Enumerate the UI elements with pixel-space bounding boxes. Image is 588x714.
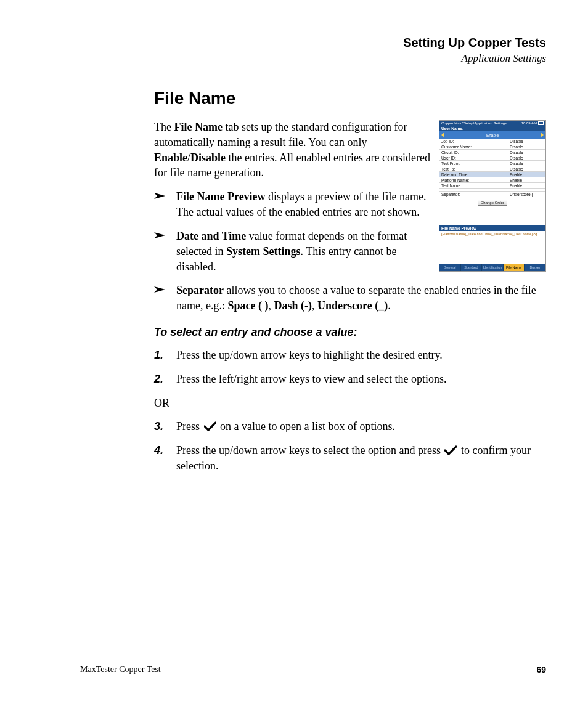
text-bold: File Name: [174, 121, 222, 133]
step: 3.Press on a value to open a list box of…: [154, 419, 546, 434]
row-key: Job ID:: [441, 139, 454, 144]
text: ,: [312, 299, 317, 312]
battery-icon: [538, 121, 544, 125]
bullet-item: File Name Preview displays a preview of …: [154, 189, 435, 220]
settings-row[interactable]: User ID:Disable: [439, 155, 545, 161]
page-header: Setting Up Copper Tests Application Sett…: [154, 36, 546, 71]
procedure-list: 3.Press on a value to open a list box of…: [154, 419, 546, 473]
row-key: Test To:: [441, 167, 455, 171]
row-key: Customer Name:: [441, 145, 472, 149]
row-key: Test From:: [441, 161, 460, 166]
preview-heading: File Name Preview: [439, 225, 545, 231]
text-bold: Space ( ): [227, 299, 268, 312]
row-key: Date and Time:: [441, 172, 468, 177]
step-number: 3.: [154, 419, 163, 434]
settings-row[interactable]: Job ID:Disable: [439, 139, 545, 144]
page-number: 69: [536, 665, 546, 675]
or-separator: OR: [154, 396, 546, 411]
step-text: Press the left/right arrow keys to view …: [176, 373, 446, 385]
settings-row[interactable]: Customer Name:Disable: [439, 144, 545, 150]
row-value: Disable: [510, 167, 544, 171]
row-value: Disable: [510, 139, 544, 144]
text-bold: Enable: [154, 152, 187, 164]
spacer: [439, 209, 545, 225]
settings-list: Job ID:DisableCustomer Name:DisableCircu…: [439, 139, 545, 189]
separator-row[interactable]: Separator: Underscore (_): [439, 192, 545, 197]
step: 1.Press the up/down arrow keys to highli…: [154, 347, 546, 363]
procedure-list: 1.Press the up/down arrow keys to highli…: [154, 347, 546, 387]
row-value: Underscore (_): [510, 192, 544, 197]
row-value: Disable: [510, 145, 544, 149]
row-value: Disable: [510, 161, 544, 166]
row-value: Enable: [510, 172, 544, 177]
tab-general[interactable]: General: [439, 264, 461, 271]
tab-buzzer[interactable]: Buzzer: [525, 264, 545, 271]
row-value: Enable: [510, 184, 544, 188]
row-key: Platform Name:: [441, 178, 469, 182]
arrowhead-icon: [154, 285, 165, 294]
row-value: Disable: [510, 156, 544, 160]
page-footer: MaxTester Copper Test 69: [80, 665, 546, 675]
text-bold: Disable: [190, 152, 226, 164]
text-bold: Dash (-): [274, 299, 312, 312]
spacer: [439, 240, 545, 264]
intro-paragraph: The File Name tab sets up the standard c…: [154, 120, 438, 181]
arrowhead-icon: [154, 231, 165, 240]
arrow-right-icon[interactable]: [541, 132, 544, 137]
text-bold: File Name Preview: [176, 190, 266, 203]
value-selector[interactable]: Enable: [439, 131, 545, 139]
field-label: User Name:: [439, 126, 545, 131]
tab-file-name[interactable]: File Name: [504, 264, 525, 271]
row-key: Circuit ID:: [441, 150, 459, 155]
row-key: Separator:: [441, 192, 460, 197]
settings-row[interactable]: Circuit ID:Disable: [439, 150, 545, 155]
device-screenshot: Copper Main\Setup\Application Settings 1…: [439, 120, 546, 272]
header-subtitle: Application Settings: [154, 52, 546, 65]
settings-row[interactable]: Test Name:Enable: [439, 183, 545, 189]
clock: 10:09 AM: [521, 121, 537, 125]
settings-row[interactable]: Date and Time:Enable: [439, 172, 545, 177]
button-row: Change Order: [439, 197, 545, 209]
text: .: [388, 299, 391, 312]
procedure-heading: To select an entry and choose a value:: [154, 325, 546, 340]
step-number: 1.: [154, 347, 163, 363]
check-icon: [204, 421, 216, 431]
section-heading: File Name: [154, 89, 546, 108]
row-key: User ID:: [441, 156, 456, 160]
step-number: 4.: [154, 443, 163, 458]
tab-identification[interactable]: Identification: [482, 264, 504, 271]
step-text: Press: [176, 420, 203, 432]
device-statusbar: Copper Main\Setup\Application Settings 1…: [439, 121, 545, 126]
bullet-item: Date and Time value format depends on th…: [154, 229, 435, 274]
step-text: on a value to open a list box of options…: [218, 420, 395, 432]
text-bold: Underscore (_): [317, 299, 388, 312]
bullet-item: Separator allows you to choose a value t…: [154, 283, 558, 314]
footer-text: MaxTester Copper Test: [80, 665, 161, 675]
text-bold: Date and Time: [176, 230, 246, 242]
text-bold: System Settings: [226, 245, 301, 258]
step-text: Press the up/down arrow keys to highligh…: [176, 349, 443, 361]
preview-text: [Platform Name]_[Date and Time]_[User Na…: [439, 231, 545, 240]
text-bold: Separator: [176, 284, 224, 296]
text: The: [154, 121, 174, 133]
settings-row[interactable]: Platform Name:Enable: [439, 177, 545, 183]
step-number: 2.: [154, 371, 163, 387]
breadcrumb: Copper Main\Setup\Application Settings: [441, 121, 507, 125]
tab-bar: GeneralStandardIdentificationFile NameBu…: [439, 264, 545, 271]
arrowhead-icon: [154, 192, 165, 200]
row-value: Disable: [510, 150, 544, 155]
step-text: Press the up/down arrow keys to select t…: [176, 444, 443, 456]
selector-value: Enable: [444, 133, 541, 137]
row-key: Test Name:: [441, 184, 462, 188]
row-value: Enable: [510, 178, 544, 182]
step: 2.Press the left/right arrow keys to vie…: [154, 371, 546, 387]
tab-standard[interactable]: Standard: [461, 264, 483, 271]
change-order-button[interactable]: Change Order: [478, 200, 507, 206]
status-right: 10:09 AM: [521, 121, 544, 125]
settings-row[interactable]: Test To:Disable: [439, 166, 545, 172]
header-title: Setting Up Copper Tests: [154, 36, 546, 50]
step: 4.Press the up/down arrow keys to select…: [154, 443, 546, 474]
check-icon: [444, 445, 457, 455]
settings-row[interactable]: Test From:Disable: [439, 161, 545, 166]
